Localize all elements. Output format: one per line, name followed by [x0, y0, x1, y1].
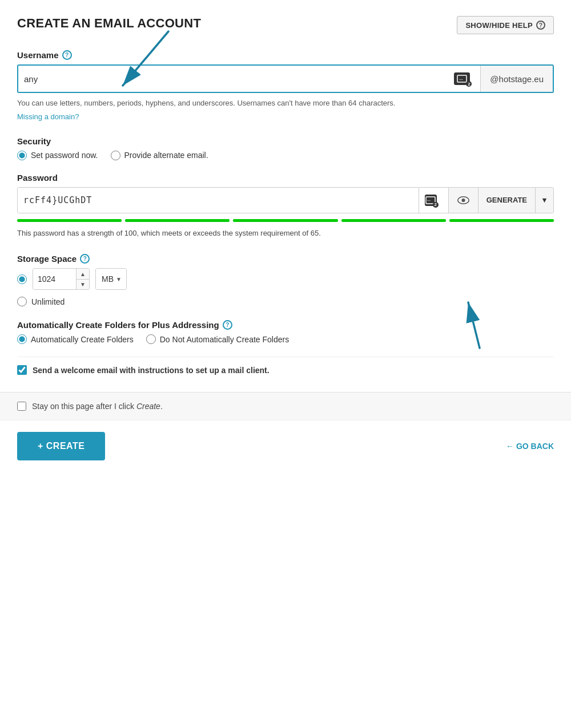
toggle-password-visibility-button[interactable]: [448, 188, 478, 213]
welcome-email-label: Send a welcome email with instructions t…: [33, 366, 270, 375]
unit-select-wrap: MB GB TB ▼: [95, 268, 127, 290]
create-button[interactable]: + CREATE: [17, 432, 105, 460]
password-section: Password ··· 2: [17, 173, 554, 240]
password-input-wrap: ··· 2: [18, 188, 448, 213]
strength-bar-row: [17, 219, 554, 222]
set-password-radio[interactable]: [17, 151, 27, 160]
stay-on-page-label: Stay on this page after I click Create.: [32, 402, 163, 411]
username-row: ··· 2 @hotstage.eu: [17, 64, 554, 93]
page-header: CREATE AN EMAIL ACCOUNT SHOW/HIDE HELP ?: [17, 16, 554, 34]
unit-select[interactable]: MB GB TB: [96, 269, 126, 289]
strength-text: This password has a strength of 100, whi…: [17, 228, 554, 240]
username-input[interactable]: [24, 67, 449, 91]
auto-folders-help-icon[interactable]: ?: [223, 320, 232, 330]
storage-section: Storage Space ? ▲ ▼ MB GB TB ▼: [17, 254, 554, 306]
generate-dropdown-arrow: ▾: [542, 196, 546, 204]
generate-dropdown-button[interactable]: ▾: [535, 188, 553, 213]
strength-bar-5: [449, 219, 554, 222]
strength-bar-2: [125, 219, 230, 222]
security-section: Security Set password now. Provide alter…: [17, 136, 554, 160]
eye-icon: [457, 195, 470, 205]
stepper-down-button[interactable]: ▼: [77, 280, 89, 290]
do-not-create-label: Do Not Automatically Create Folders: [160, 335, 289, 344]
alternate-email-option[interactable]: Provide alternate email.: [111, 151, 208, 160]
set-password-label: Set password now.: [31, 151, 98, 160]
stepper-up-button[interactable]: ▲: [77, 269, 89, 280]
username-help-icon[interactable]: ?: [62, 50, 72, 60]
go-back-link[interactable]: ← GO BACK: [506, 442, 554, 451]
stepper-wrap: ▲ ▼: [76, 269, 89, 289]
strength-bar-3: [233, 219, 337, 222]
alternate-email-radio[interactable]: [111, 151, 120, 160]
page-title: CREATE AN EMAIL ACCOUNT: [17, 16, 201, 31]
show-hide-help-button[interactable]: SHOW/HIDE HELP ?: [457, 16, 554, 34]
username-input-wrap: ··· 2: [18, 66, 480, 92]
password-input[interactable]: [23, 188, 419, 212]
missing-domain-link[interactable]: Missing a domain?: [17, 112, 79, 121]
auto-create-radio[interactable]: [17, 334, 27, 344]
stay-on-page-checkbox[interactable]: [17, 402, 26, 411]
welcome-email-checkbox[interactable]: [17, 365, 27, 375]
auto-create-folders-option[interactable]: Automatically Create Folders: [17, 334, 134, 344]
auto-folders-section: Automatically Create Folders for Plus Ad…: [17, 320, 554, 344]
auto-folders-radio-row: Automatically Create Folders Do Not Auto…: [17, 334, 554, 344]
pw-icon: ··· 2: [454, 72, 470, 85]
stay-on-page-section: Stay on this page after I click Create.: [0, 392, 571, 420]
strength-bar-1: [17, 219, 122, 222]
storage-radio-row: ▲ ▼ MB GB TB ▼: [17, 268, 554, 290]
storage-help-icon[interactable]: ?: [80, 254, 90, 264]
username-label: Username ?: [17, 50, 554, 60]
username-pw-icon-button[interactable]: ··· 2: [449, 70, 475, 87]
footer-bar: + CREATE ← GO BACK: [0, 420, 571, 472]
auto-folders-label: Automatically Create Folders for Plus Ad…: [17, 320, 554, 330]
username-section: Username ? ··· 2 @hotstage.eu You can u: [17, 50, 554, 122]
svg-point-5: [461, 198, 465, 201]
password-label: Password: [17, 173, 554, 183]
storage-number-input[interactable]: [33, 269, 76, 289]
password-pw-icon-button[interactable]: ··· 2: [419, 188, 443, 213]
unlimited-radio-option[interactable]: Unlimited: [17, 297, 554, 306]
storage-input-wrap: ▲ ▼: [33, 268, 90, 290]
username-hint: You can use letters, numbers, periods, h…: [17, 98, 554, 109]
storage-label: Storage Space ?: [17, 254, 554, 264]
generate-button[interactable]: GENERATE: [478, 188, 535, 213]
welcome-email-section: Send a welcome email with instructions t…: [17, 357, 554, 383]
unlimited-radio[interactable]: [17, 297, 27, 306]
set-password-option[interactable]: Set password now.: [17, 151, 98, 160]
svg-text:···: ···: [459, 77, 463, 82]
auto-create-label: Automatically Create Folders: [31, 335, 134, 344]
security-label: Security: [17, 136, 554, 146]
show-hide-label: SHOW/HIDE HELP: [465, 21, 533, 30]
security-radio-row: Set password now. Provide alternate emai…: [17, 151, 554, 160]
svg-text:···: ···: [427, 199, 431, 203]
alternate-email-label: Provide alternate email.: [124, 151, 208, 160]
password-pw-icon: ··· 2: [425, 195, 437, 206]
generate-label: GENERATE: [486, 196, 527, 204]
do-not-create-radio[interactable]: [146, 334, 156, 344]
do-not-create-folders-option[interactable]: Do Not Automatically Create Folders: [146, 334, 289, 344]
strength-bar-4: [341, 219, 446, 222]
password-field-row: ··· 2 GENERATE ▾: [17, 187, 554, 213]
help-circle-icon: ?: [536, 21, 545, 30]
domain-suffix: @hotstage.eu: [480, 66, 553, 92]
unlimited-label: Unlimited: [31, 297, 65, 306]
storage-custom-radio[interactable]: [17, 274, 27, 284]
